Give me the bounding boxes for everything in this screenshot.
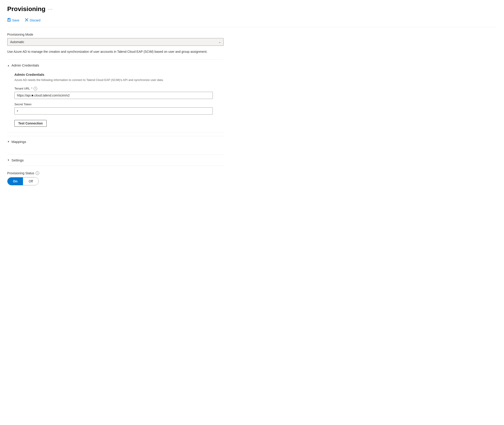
mappings-section: ▼ Mappings [7, 136, 224, 147]
tenant-url-info-icon[interactable]: i [33, 87, 37, 90]
tenant-url-required-star: * [31, 87, 33, 90]
toggle-off-option[interactable]: Off [23, 177, 39, 185]
admin-credentials-body: Admin Credentials Azure AD needs the fol… [7, 71, 224, 132]
admin-credentials-description: Azure AD needs the following information… [14, 78, 224, 82]
mappings-chevron-down-icon: ▼ [7, 140, 10, 143]
settings-section-label: Settings [12, 158, 24, 162]
tenant-url-input[interactable] [14, 92, 213, 99]
save-icon [7, 18, 11, 23]
tenant-url-label: Tenant URL [14, 87, 30, 90]
toggle-on-option[interactable]: On [7, 177, 23, 185]
discard-icon [25, 18, 28, 23]
save-button[interactable]: Save [7, 17, 19, 23]
admin-credentials-section-label: Admin Credentials [12, 63, 39, 67]
settings-section: ▼ Settings [7, 154, 224, 166]
admin-credentials-header[interactable]: ▲ Admin Credentials [7, 60, 224, 71]
settings-chevron-down-icon: ▼ [7, 159, 10, 161]
page-title: Provisioning [7, 5, 46, 13]
secret-token-label: Secret Token [14, 103, 32, 106]
tenant-url-label-row: Tenant URL * i [14, 87, 224, 90]
provisioning-status-label: Provisioning Status [7, 171, 34, 175]
secret-token-input[interactable] [14, 107, 213, 114]
provisioning-mode-select[interactable]: Automatic Manual [7, 38, 224, 46]
provisioning-mode-select-wrapper: Automatic Manual ⌄ [7, 38, 224, 46]
test-connection-label: Test Connection [18, 121, 43, 125]
mappings-header[interactable]: ▼ Mappings [7, 136, 224, 147]
provisioning-mode-label: Provisioning Mode [7, 33, 224, 36]
tenant-url-field: Tenant URL * i [14, 87, 224, 99]
mappings-section-label: Mappings [12, 140, 26, 144]
svg-rect-2 [8, 20, 10, 21]
provisioning-description: Use Azure AD to manage the creation and … [7, 49, 224, 54]
toolbar: Save Discard [7, 17, 497, 27]
provisioning-mode-field: Provisioning Mode Automatic Manual ⌄ [7, 33, 224, 46]
admin-credentials-chevron-up-icon: ▲ [7, 64, 10, 67]
provisioning-status-area: Provisioning Status i On Off [7, 166, 224, 185]
discard-button[interactable]: Discard [25, 17, 40, 23]
svg-rect-3 [9, 19, 10, 19]
settings-header[interactable]: ▼ Settings [7, 155, 224, 166]
discard-label: Discard [30, 19, 40, 22]
secret-token-label-row: Secret Token [14, 103, 224, 106]
admin-credentials-title: Admin Credentials [14, 73, 224, 76]
page-header: Provisioning ··· [7, 5, 497, 13]
provisioning-status-info-icon[interactable]: i [36, 171, 39, 175]
secret-token-field: Secret Token [14, 103, 224, 114]
provisioning-status-toggle[interactable]: On Off [7, 177, 39, 185]
test-connection-button[interactable]: Test Connection [14, 120, 47, 127]
main-content: Provisioning Mode Automatic Manual ⌄ Use… [7, 33, 224, 185]
save-label: Save [12, 19, 19, 22]
admin-credentials-section: ▲ Admin Credentials Admin Credentials Az… [7, 60, 224, 132]
provisioning-status-label-row: Provisioning Status i [7, 171, 224, 175]
more-options-icon[interactable]: ··· [48, 7, 53, 12]
